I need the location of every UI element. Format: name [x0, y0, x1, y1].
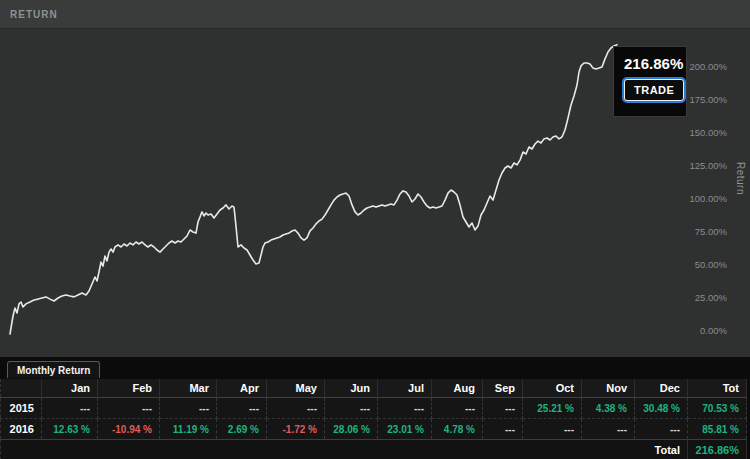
return-cell: 4.78 %: [432, 419, 483, 440]
return-cell: ---: [483, 398, 523, 419]
return-cell: 11.19 %: [160, 419, 217, 440]
return-cell: -1.72 %: [267, 419, 325, 440]
table-header-row: JanFebMarAprMayJunJulAugSepOctNovDecTot: [1, 379, 747, 398]
monthly-return-panel: Monthly Return JanFebMarAprMayJunJulAugS…: [0, 357, 750, 459]
month-header: Oct: [523, 379, 582, 398]
return-cell: ---: [432, 398, 483, 419]
return-cell: 25.21 %: [523, 398, 582, 419]
y-axis-title: Return: [735, 162, 746, 195]
month-header: Jul: [378, 379, 432, 398]
total-label: Total: [1, 440, 688, 459]
return-chart-panel: RETURN 200.00%175.00%150.00%125.00%100.0…: [0, 0, 750, 357]
table-row: 2015---------------------------25.21 %4.…: [1, 398, 747, 419]
return-cell: ---: [42, 398, 98, 419]
return-cell: ---: [325, 398, 378, 419]
month-header: Mar: [160, 379, 217, 398]
month-header: Sep: [483, 379, 523, 398]
return-cell: ---: [217, 398, 267, 419]
chart-panel-title: RETURN: [10, 9, 58, 20]
month-header: Nov: [582, 379, 635, 398]
month-header: May: [267, 379, 325, 398]
tab-monthly-return[interactable]: Monthly Return: [7, 361, 100, 378]
return-cell: ---: [98, 398, 160, 419]
return-cell: ---: [582, 419, 635, 440]
table-total-row: Total216.86%: [1, 440, 747, 459]
chart-tooltip: 216.86% TRADE: [613, 46, 687, 117]
return-cell: ---: [523, 419, 582, 440]
corner-cell: [1, 379, 42, 398]
return-cell: 30.48 %: [635, 398, 688, 419]
return-cell: ---: [635, 419, 688, 440]
month-header: Jan: [42, 379, 98, 398]
month-header: Feb: [98, 379, 160, 398]
return-line: [10, 45, 617, 334]
tooltip-return-value: 216.86%: [624, 55, 686, 72]
month-header: Apr: [217, 379, 267, 398]
return-cell: ---: [160, 398, 217, 419]
return-cell: 12.63 %: [42, 419, 98, 440]
return-cell: 2.69 %: [217, 419, 267, 440]
total-return-value: 216.86%: [688, 440, 747, 459]
return-cell: -10.94 %: [98, 419, 160, 440]
year-label: 2015: [1, 398, 42, 419]
return-cell: ---: [267, 398, 325, 419]
return-cell: 28.06 %: [325, 419, 378, 440]
month-header: Jun: [325, 379, 378, 398]
monthly-return-table: JanFebMarAprMayJunJulAugSepOctNovDecTot2…: [0, 379, 747, 459]
return-cell: 4.38 %: [582, 398, 635, 419]
month-header: Dec: [635, 379, 688, 398]
return-cell: ---: [378, 398, 432, 419]
table-row: 201612.63 %-10.94 %11.19 %2.69 %-1.72 %2…: [1, 419, 747, 440]
return-cell: 23.01 %: [378, 419, 432, 440]
return-cell: 85.81 %: [688, 419, 747, 440]
return-cell: ---: [483, 419, 523, 440]
trade-button[interactable]: TRADE: [624, 79, 684, 101]
year-label: 2016: [1, 419, 42, 440]
table-body: JanFebMarAprMayJunJulAugSepOctNovDecTot2…: [1, 379, 747, 459]
month-header: Tot: [688, 379, 747, 398]
chart-panel-header: RETURN: [0, 0, 750, 29]
return-cell: 70.53 %: [688, 398, 747, 419]
month-header: Aug: [432, 379, 483, 398]
